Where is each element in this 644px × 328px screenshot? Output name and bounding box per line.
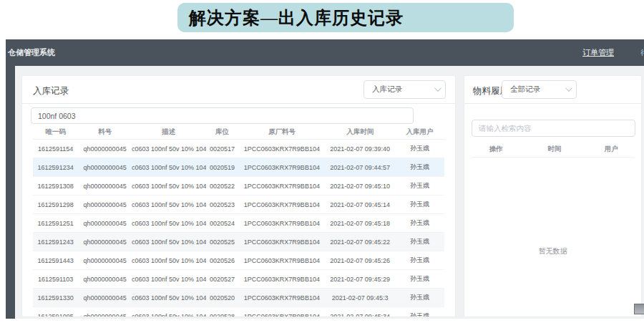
column-header: 库位 [206, 127, 239, 137]
table-cell: 2021-02-07 09:39:40 [325, 145, 395, 153]
table-row[interactable]: 1612591103qh0000000045c0603 100nf 50v 10… [33, 270, 444, 289]
table-cell: 1PCC0603KRX7R9BB104 [239, 220, 326, 227]
table-cell: 2021-02-07 09:45:29 [325, 276, 395, 283]
history-filter-select[interactable]: 全部记录 [502, 80, 577, 99]
table-row[interactable]: 1612591298qh0000000045c0603 100nf 50v 10… [33, 196, 444, 214]
table-cell: 孙玉娥 [395, 200, 444, 209]
inbound-table-header: 唯一码料号描述库位原厂料号入库时间入库用户 [33, 125, 444, 140]
table-cell: c0603 100nf 50v 10% 104 [132, 238, 206, 246]
table-cell: 2021-02-07 09:45:26 [325, 257, 395, 264]
table-row[interactable]: 1612591251qh0000000045c0603 100nf 50v 10… [33, 214, 444, 233]
table-cell: 孙玉娥 [395, 163, 444, 172]
table-cell: 2021-02-07 09:45:3 [325, 294, 395, 302]
table-cell: 0020527 [206, 276, 239, 283]
app-window: 仓储管理系统 订单管理 待 入库记录 入库记录 唯一码料号描述库位原厂料号入库时… [6, 39, 644, 319]
nav-item-clipped[interactable]: 待 [640, 47, 644, 58]
table-row[interactable]: 1612591154qh0000000045c0603 100nf 50v 10… [33, 140, 444, 158]
table-cell: c0603 100nf 50v 10% 104 [132, 164, 206, 171]
table-cell: qh0000000045 [78, 164, 132, 171]
table-row[interactable]: 1612591308qh0000000045c0603 100nf 50v 10… [33, 177, 444, 196]
table-cell: 1612591243 [33, 238, 78, 246]
table-cell: 孙玉娥 [395, 274, 444, 284]
table-cell: 孙玉娥 [395, 312, 444, 317]
table-row[interactable]: 1612591095qh0000000045c0603 100nf 50v 10… [33, 307, 444, 317]
table-cell: 1612591251 [33, 220, 78, 227]
slide-title-banner: 解决方案—出入库历史记录 [177, 3, 514, 32]
table-row[interactable]: 1612591243qh0000000045c0603 100nf 50v 10… [33, 233, 444, 251]
table-cell: 2021-02-07 09:45:34 [325, 313, 395, 318]
table-cell: c0603 100nf 50v 10% 104 [132, 220, 206, 227]
history-table-header: 操作时间用户 [472, 142, 634, 158]
table-cell: 2021-02-07 09:45:18 [325, 220, 395, 227]
table-cell: c0603 100nf 50v 10% 104 [132, 183, 206, 190]
table-cell: 2021-02-07 09:44:57 [325, 164, 395, 171]
table-cell: 1612591443 [33, 257, 78, 264]
table-cell: 1612591330 [33, 294, 78, 302]
table-cell: 1PCC0603KRX7R9BB104 [239, 294, 326, 302]
column-header: 操作 [472, 145, 520, 154]
table-cell: qh0000000045 [78, 220, 132, 227]
nav-item-order-management[interactable]: 订单管理 [582, 47, 614, 58]
table-cell: 2021-02-07 09:45:14 [325, 201, 395, 208]
table-cell: 孙玉娥 [395, 181, 444, 190]
history-search-input[interactable] [472, 120, 635, 137]
table-row[interactable]: 1612591234qh0000000045c0603 100nf 50v 10… [33, 158, 444, 177]
table-cell: qh0000000045 [78, 257, 132, 264]
floating-widget-button[interactable] [634, 304, 644, 314]
table-cell: c0603 100nf 50v 10% 104 [132, 276, 206, 283]
table-cell: 2021-02-07 09:45:10 [325, 183, 395, 190]
header-nav: 订单管理 待 [582, 39, 644, 66]
table-cell: qh0000000045 [78, 276, 132, 283]
page: 解决方案—出入库历史记录 仓储管理系统 订单管理 待 入库记录 入库记录 [0, 0, 644, 328]
table-cell: 0020526 [206, 257, 239, 264]
column-header: 入库用户 [395, 127, 444, 137]
table-cell: c0603 100nf 50v 10% 104 [132, 294, 206, 302]
table-cell: qh0000000045 [78, 238, 132, 246]
column-header: 入库时间 [325, 127, 395, 137]
record-type-select-value: 入库记录 [372, 85, 402, 95]
table-cell: 1PCC0603KRX7R9BB104 [239, 276, 326, 283]
chevron-down-icon [565, 85, 572, 92]
table-cell: 0020517 [206, 145, 239, 153]
table-cell: 孙玉娥 [395, 144, 444, 153]
app-brand: 仓储管理系统 [8, 47, 55, 58]
inbound-table: 唯一码料号描述库位原厂料号入库时间入库用户 1612591154qh000000… [33, 125, 444, 317]
table-cell: 孙玉娥 [395, 293, 444, 302]
chevron-down-icon [434, 85, 441, 92]
table-cell: 孙玉娥 [395, 256, 444, 265]
table-cell: 0020519 [206, 164, 239, 171]
table-row[interactable]: 1612591330qh0000000045c0603 100nf 50v 10… [33, 289, 444, 307]
table-cell: 1612591308 [33, 183, 78, 190]
column-header: 原厂料号 [239, 127, 326, 137]
table-cell: 0020525 [206, 238, 239, 246]
material-history-panel: 物料履历 全部记录 操作时间用户 暂无数据 [464, 75, 642, 317]
inbound-search-input[interactable] [31, 107, 414, 124]
table-cell: c0603 100nf 50v 10% 104 [132, 145, 206, 153]
table-cell: qh0000000045 [78, 183, 132, 190]
record-type-select[interactable]: 入库记录 [364, 80, 446, 99]
table-cell: 1612591298 [33, 201, 78, 208]
content-area: 入库记录 入库记录 唯一码料号描述库位原厂料号入库时间入库用户 16125911… [15, 66, 644, 319]
history-table: 操作时间用户 [472, 142, 634, 158]
app-header: 仓储管理系统 订单管理 待 [6, 39, 644, 66]
table-cell: 0020523 [206, 201, 239, 208]
table-cell: 1PCC0603KRX7R9BB104 [239, 164, 326, 171]
column-header: 料号 [78, 127, 132, 137]
table-cell: 孙玉娥 [395, 237, 444, 246]
inbound-panel-title: 入库记录 [33, 85, 69, 97]
table-cell: 0020524 [206, 220, 239, 227]
collapsed-sidebar [6, 66, 15, 319]
table-cell: qh0000000045 [78, 201, 132, 208]
table-cell: c0603 100nf 50v 10% 104 [132, 257, 206, 264]
table-cell: 1PCC0603KRX7R9BB104 [239, 257, 326, 264]
table-cell: 孙玉娥 [395, 218, 444, 228]
history-filter-select-value: 全部记录 [510, 85, 540, 95]
table-cell: 1PCC0603KRX7R9BB104 [239, 183, 326, 190]
table-cell: 1PCC0603KRX7R9BB104 [239, 238, 326, 246]
inbound-records-panel: 入库记录 入库记录 唯一码料号描述库位原厂料号入库时间入库用户 16125911… [21, 75, 456, 317]
table-cell: 1PCC0603KRX7R9BB104 [239, 145, 326, 153]
table-row[interactable]: 1612591443qh0000000045c0603 100nf 50v 10… [33, 251, 444, 270]
table-cell: 0020522 [206, 183, 239, 190]
table-cell: 0020528 [206, 313, 239, 318]
table-cell: 1PCC0603KRX7R9BB104 [239, 313, 326, 318]
